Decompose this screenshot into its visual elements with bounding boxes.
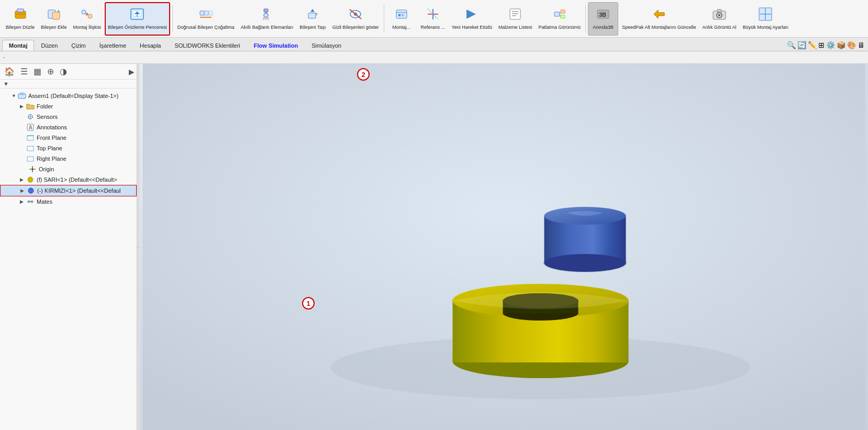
bilesenonce-label: Bileşen Önizleme Penceresi <box>108 25 167 30</box>
tab-solidworks-eklenti[interactable]: SOLIDWORKS Eklentileri <box>168 40 247 51</box>
bilesenitasi-button[interactable]: Bileşeni Taşı <box>297 2 328 36</box>
referans-button[interactable]: Referans ... <box>418 2 448 36</box>
referans-label: Referans ... <box>420 25 445 30</box>
tree-item-sari[interactable]: ▶ (f) SARI<1> (Default<<Default> <box>0 174 137 185</box>
svg-rect-15 <box>208 11 213 15</box>
aninda3b-button[interactable]: 3B Anında3B <box>588 2 618 36</box>
expand-mates[interactable]: ▶ <box>20 199 26 204</box>
search-icon[interactable]: 🔍 <box>787 41 796 49</box>
kirmizi-icon <box>27 186 35 195</box>
color-icon[interactable]: 🎨 <box>847 41 856 49</box>
sensors-icon <box>26 113 35 121</box>
step-badge-1: 1 <box>302 297 315 310</box>
grid-icon[interactable]: ⊞ <box>818 41 825 49</box>
pencil-icon[interactable]: ✏️ <box>808 41 817 49</box>
svg-rect-16 <box>264 9 268 12</box>
svg-point-54 <box>30 116 31 118</box>
anlikgorutu-button[interactable]: Anlık Görüntü Al <box>700 2 739 36</box>
panel-appearance-icon[interactable]: ◑ <box>58 65 69 78</box>
tab-flow-sim[interactable]: Flow Simulation <box>247 40 305 51</box>
assem1-icon <box>18 92 26 100</box>
assem1-label: Assem1 (Default<Display State-1>) <box>28 93 118 99</box>
svg-rect-13 <box>200 11 204 15</box>
tree-item-assem1[interactable]: ▼ Assem1 (Default<Display State-1>) <box>0 91 137 101</box>
montajiliskisi-button[interactable]: Montaj İlişkisi <box>71 2 104 36</box>
bilesenduzle-button[interactable]: Bileşen Düzle <box>3 2 37 36</box>
tree-item-origin[interactable]: Origin <box>0 164 137 174</box>
tree-item-rightplane[interactable]: Right Plane <box>0 153 137 164</box>
bilesenekle-button[interactable]: + Bileşen Ekle <box>38 2 70 36</box>
folder-icon <box>26 102 35 111</box>
svg-point-66 <box>28 188 34 193</box>
svg-rect-57 <box>27 136 34 140</box>
malzeme-button[interactable]: Malzeme Listesi <box>496 2 535 36</box>
kirmizi-label: (-) KIRMIZI<1> (Default<<Defaul <box>37 188 121 194</box>
speedpak-button[interactable]: SpeedPak Alt Montajlarını Güncelle <box>619 2 699 36</box>
bilesenonce-button[interactable]: Bileşen Önizleme Penceresi <box>105 2 170 36</box>
box-icon[interactable]: 📦 <box>837 41 845 49</box>
filter-icon[interactable]: ▼ <box>3 81 9 87</box>
tree-item-folder[interactable]: ▶ Folder <box>0 101 137 112</box>
dogrusal-button[interactable]: Doğrusal Bileşen Çoğaltma <box>175 2 237 36</box>
svg-rect-33 <box>466 10 468 18</box>
yenihareket-label: Yeni Hareket Etüdü <box>452 25 492 30</box>
origin-icon <box>28 165 37 173</box>
mates-icon <box>26 197 35 206</box>
svg-point-64 <box>28 177 33 182</box>
dogrusal-icon <box>198 7 213 24</box>
svg-rect-46 <box>717 9 721 12</box>
tree-item-sensors[interactable]: Sensors <box>0 112 137 122</box>
svg-point-84 <box>544 254 626 272</box>
viewport[interactable]: 1 2 <box>140 64 868 430</box>
tab-simulasyon[interactable]: Simülasyon <box>305 40 348 51</box>
rotate-icon[interactable]: 🔄 <box>797 41 806 49</box>
panel-expand-icon[interactable]: ▶ <box>129 68 135 76</box>
annotations-icon: A <box>26 123 35 131</box>
yenihareket-icon <box>464 7 479 24</box>
rightplane-label: Right Plane <box>37 156 66 162</box>
tree-item-mates[interactable]: ▶ Mates <box>0 196 137 207</box>
akilli-button[interactable]: Akıllı Bağlantı Elemanları <box>238 2 296 36</box>
tab-hesapla[interactable]: Hesapla <box>133 40 168 51</box>
tab-duzen[interactable]: Düzen <box>34 40 64 51</box>
tab-montaj[interactable]: Montaj <box>2 40 34 51</box>
svg-rect-50 <box>765 14 772 20</box>
svg-rect-60 <box>27 157 34 161</box>
folder-label: Folder <box>37 103 53 109</box>
panel-list-icon[interactable]: ☰ <box>18 65 30 78</box>
svg-rect-47 <box>759 8 765 14</box>
expand-sari[interactable]: ▶ <box>20 177 26 182</box>
ribbon-tabs: Montaj Düzen Çizim İşaretleme Hesapla SO… <box>0 38 868 51</box>
tree-item-kirmizi[interactable]: ▶ (-) KIRMIZI<1> (Default<<Defaul <box>0 185 137 196</box>
montajiliskisi-label: Montaj İlişkisi <box>73 25 102 30</box>
yenihareket-button[interactable]: Yeni Hareket Etüdü <box>449 2 495 36</box>
tree-item-topplane[interactable]: Top Plane <box>0 143 137 153</box>
gizlibilesen-button[interactable]: Gizli Bileşenleri göster <box>330 2 382 36</box>
patlatma-button[interactable]: Patlatma Görünümü <box>536 2 583 36</box>
mates-label: Mates <box>37 199 52 205</box>
montajdots-icon <box>394 7 409 24</box>
svg-rect-38 <box>554 12 560 16</box>
annotations-label: Annotations <box>37 124 67 130</box>
tree-item-frontplane[interactable]: Front Plane <box>0 133 137 143</box>
svg-rect-22 <box>308 13 316 18</box>
panel-grid-icon[interactable]: ▦ <box>31 65 43 78</box>
buyukmontaj-button[interactable]: Büyük Montaj Ayarları <box>740 2 791 36</box>
expand-kirmizi[interactable]: ▶ <box>20 188 27 193</box>
anlikgorutu-icon <box>712 7 727 24</box>
expand-assem1[interactable]: ▼ <box>12 93 18 98</box>
panel-home-icon[interactable]: 🏠 <box>2 65 17 78</box>
tab-cizim[interactable]: Çizim <box>64 40 93 51</box>
tab-isaretleme[interactable]: İşaretleme <box>93 40 133 51</box>
tree-item-annotations[interactable]: A Annotations <box>0 122 137 133</box>
panel-crosshair-icon[interactable]: ⊕ <box>45 65 56 78</box>
montajdots-button[interactable]: Montaj... <box>386 2 417 36</box>
svg-rect-49 <box>759 14 765 20</box>
svg-text:A: A <box>29 125 32 130</box>
step-badge-2: 2 <box>357 68 370 81</box>
display-icon[interactable]: 🖥 <box>858 41 865 49</box>
expand-folder[interactable]: ▶ <box>20 104 26 109</box>
divider-1 <box>172 5 173 32</box>
settings-icon[interactable]: ⚙️ <box>826 41 835 49</box>
anlikgorutu-label: Anlık Görüntü Al <box>703 25 737 30</box>
